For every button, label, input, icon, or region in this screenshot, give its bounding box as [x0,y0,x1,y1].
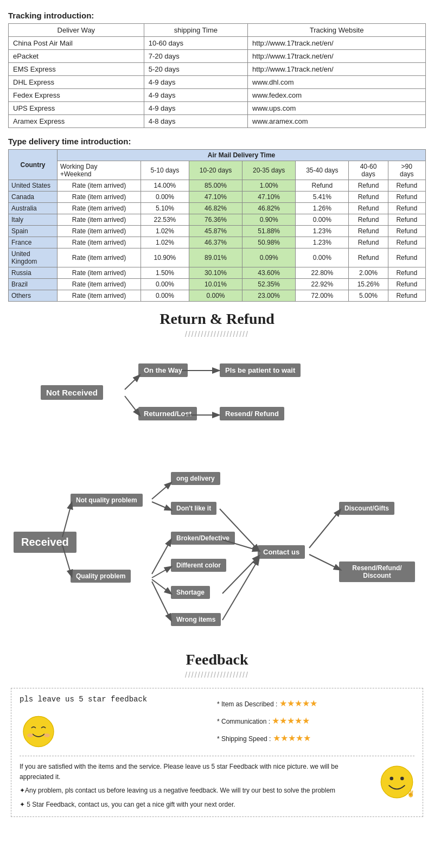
svg-line-11 [152,582,171,620]
table-cell: Canada [9,192,58,203]
table-cell: Refund [388,203,425,214]
svg-line-0 [125,375,139,390]
table-cell: Brazil [9,279,58,290]
table-cell: 46.37% [189,237,242,248]
table-cell: 72.00% [296,290,349,302]
table-cell: Rate (item arrived) [58,237,141,248]
delivery-airmail-header: Air Mail Delivery Time [58,150,426,161]
table-cell: Fedex Express [9,89,144,102]
received-box: Received [14,532,76,553]
dont-like-box: Don't like it [171,502,216,515]
feedback-text2: ✦Any problem, pls contact us before leav… [20,786,414,796]
quality-problem-box: Quality problem [71,570,131,583]
table-cell: Refund [349,203,388,214]
table-cell: China Post Air Mail [9,37,144,50]
table-row: FranceRate (item arrived)1.02%46.37%50.9… [9,237,426,248]
feedback-left-section: pls leave us 5 star feedback [20,695,217,750]
svg-point-19 [27,733,33,737]
feedback-stars-1: ★★★★★ [279,699,317,708]
table-cell: Refund [349,248,388,267]
svg-line-1 [125,396,139,415]
tracking-title: Tracking introduction: [8,11,426,20]
returned-lost-box: Returned/Lost [138,407,197,420]
table-cell: ePacket [9,50,144,63]
svg-point-23 [400,777,404,781]
feedback-prompt: pls leave us 5 star feedback [20,695,217,704]
table-cell: 0.00% [296,214,349,226]
table-row: AustraliaRate (item arrived)5.10%46.82%4… [9,203,426,214]
svg-line-8 [152,540,171,574]
delivery-subh-6: 40-60days [349,161,388,180]
table-cell: Refund [349,237,388,248]
table-cell: Refund [388,214,425,226]
table-cell: Refund [388,267,425,279]
svg-line-15 [222,559,259,620]
table-cell: 30.10% [189,267,242,279]
table-cell: Rate (item arrived) [58,180,141,192]
table-cell: 10.90% [141,248,189,267]
table-cell: 4-8 days [144,115,247,128]
svg-text:✌: ✌ [407,790,414,798]
table-cell: 4-9 days [144,102,247,115]
table-cell: 85.00% [189,180,242,192]
delivery-subh-5: 35-40 days [296,161,349,180]
tracking-col-1: Deliver Way [9,24,144,37]
table-row: EMS Express5-20 dayshttp://www.17track.n… [9,63,426,76]
table-cell: 5.00% [349,290,388,302]
long-delivery-box: ong delivery [171,472,220,485]
delivery-table: Country Air Mail Delivery Time Working D… [8,149,426,302]
table-cell: Refund [388,279,425,290]
table-cell: 10.01% [189,279,242,290]
table-cell: 22.80% [296,267,349,279]
emoji-happy-icon: ✌ [379,764,414,800]
table-cell: 2.00% [349,267,388,279]
table-cell: 52.35% [242,279,296,290]
table-cell: Rate (item arrived) [58,290,141,302]
table-cell: 5-20 days [144,63,247,76]
svg-line-17 [309,554,340,570]
delivery-subh-1: Working Day+Weekend [58,161,141,180]
shortage-box: Shortage [171,586,210,599]
feedback-stars-3: ★★★★★ [273,733,311,743]
tracking-table: Deliver Way shipping Time Tracking Websi… [8,23,426,128]
table-cell: Refund [388,192,425,203]
table-row: CanadaRate (item arrived)0.00%47.10%47.1… [9,192,426,203]
svg-line-6 [152,483,171,499]
discount-gifts-box: Discount/Gifts [339,502,394,515]
table-row: ePacket7-20 dayshttp://www.17track.net/e… [9,50,426,63]
table-cell: 47.10% [189,192,242,203]
feedback-right-section: * Item as Described : ★★★★★ * Communicat… [217,695,414,747]
table-cell: www.ups.com [248,102,426,115]
delivery-title: Type delivery time introduction: [8,137,426,146]
on-the-way-box: On the Way [138,363,188,377]
table-cell: 5.10% [141,203,189,214]
return-refund-zigzag: //////////////////// [8,330,426,339]
table-cell: 0.09% [242,248,296,267]
tracking-col-3: Tracking Website [248,24,426,37]
table-cell: http://www.17track.net/en/ [248,50,426,63]
feedback-top: pls leave us 5 star feedback [20,695,414,750]
table-cell: www.aramex.com [248,115,426,128]
delivery-subh-3: 10-20 days [189,161,242,180]
delivery-subh-7: >90days [388,161,425,180]
table-cell: 1.50% [141,267,189,279]
table-row: UPS Express4-9 dayswww.ups.com [9,102,426,115]
feedback-bottom: ✌ If you are satisfied with the items an… [20,762,414,810]
table-cell: Rate (item arrived) [58,267,141,279]
table-cell: www.dhl.com [248,76,426,89]
table-row: SpainRate (item arrived)1.02%45.87%51.88… [9,226,426,237]
return-refund-title: Return & Refund [8,310,426,328]
different-color-box: Different color [171,559,226,572]
table-cell: Italy [9,214,58,226]
table-cell: 1.23% [296,226,349,237]
feedback-label-1: * Item as Described : [217,700,277,708]
feedback-divider [20,756,414,756]
flow-bottom: Received Not quality problem ong deliver… [8,456,431,640]
table-cell: 5.41% [296,192,349,203]
table-cell: 1.02% [141,226,189,237]
table-cell: Rate (item arrived) [58,214,141,226]
delivery-country-header: Country [9,150,58,180]
table-cell: 4-9 days [144,76,247,89]
table-row: BrazilRate (item arrived)0.00%10.01%52.3… [9,279,426,290]
table-cell: France [9,237,58,248]
